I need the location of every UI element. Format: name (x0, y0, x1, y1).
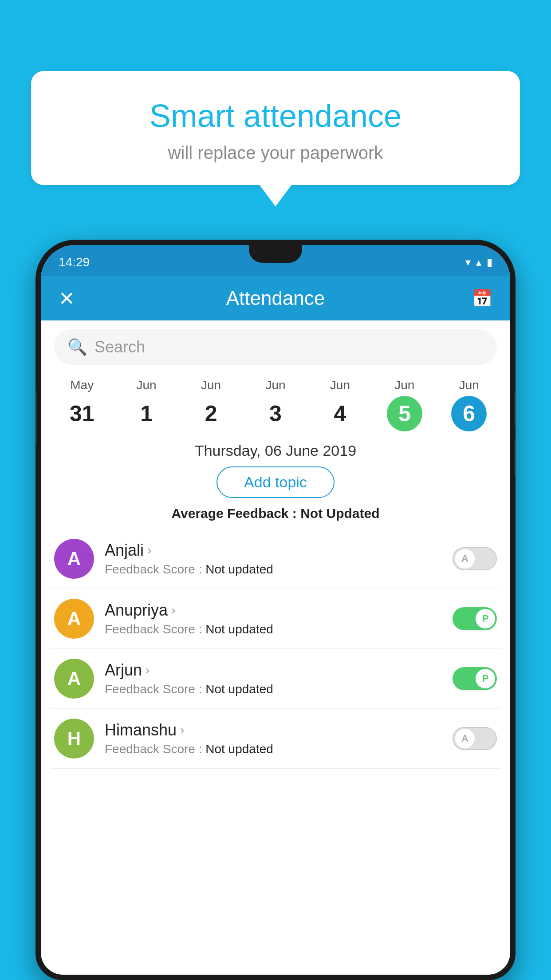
calendar-row: May31Jun1Jun2Jun3Jun4Jun5Jun6 (41, 374, 510, 431)
feedback-label: Average Feedback : (171, 506, 300, 521)
search-icon: 🔍 (67, 338, 87, 356)
student-item-anupriya[interactable]: AAnupriya ›Feedback Score : Not updatedP (50, 589, 501, 649)
cal-month-0: May (70, 378, 94, 392)
cal-month-4: Jun (330, 378, 350, 392)
cal-month-3: Jun (265, 378, 285, 392)
chevron-icon: › (171, 603, 175, 617)
cal-date-1: 1 (129, 396, 164, 431)
student-list: AAnjali ›Feedback Score : Not updatedAAA… (41, 529, 510, 769)
search-bar[interactable]: 🔍 Search (54, 329, 497, 365)
wifi-icon: ▾ (465, 256, 471, 269)
student-feedback-anupriya: Feedback Score : Not updated (105, 622, 442, 636)
toggle-knob-himanshu: A (455, 729, 475, 748)
calendar-day-2[interactable]: Jun2 (193, 378, 229, 431)
toggle-container-anjali: A (453, 547, 497, 570)
volume-button (35, 391, 37, 444)
student-name-himanshu: Himanshu › (105, 721, 442, 739)
cal-month-5: Jun (394, 378, 414, 392)
status-icons: ▾ ▴ ▮ (465, 253, 492, 269)
student-feedback-arjun: Feedback Score : Not updated (105, 682, 442, 696)
attendance-toggle-himanshu[interactable]: A (453, 727, 497, 750)
speech-bubble-subtitle: will replace your paperwork (58, 143, 493, 163)
speech-bubble: Smart attendance will replace your paper… (31, 71, 520, 185)
calendar-day-5[interactable]: Jun5 (387, 378, 422, 431)
student-info-himanshu: Himanshu ›Feedback Score : Not updated (105, 721, 442, 756)
feedback-score: Not updated (205, 562, 273, 576)
cal-date-0: 31 (64, 396, 100, 431)
page-title: Attendance (226, 287, 325, 309)
avatar-anupriya: A (54, 599, 94, 639)
feedback-value: Not Updated (300, 506, 379, 521)
toggle-container-arjun: P (453, 667, 497, 690)
calendar-day-1[interactable]: Jun1 (129, 378, 164, 431)
chevron-icon: › (147, 543, 151, 557)
close-button[interactable]: ✕ (59, 287, 75, 310)
battery-icon: ▮ (487, 256, 492, 269)
avatar-anjali: A (54, 539, 94, 579)
status-time: 14:29 (59, 252, 90, 269)
student-name-anjali: Anjali › (105, 541, 442, 560)
cal-date-3: 3 (258, 396, 293, 431)
signal-icon: ▴ (476, 256, 481, 269)
chevron-icon: › (146, 663, 150, 677)
volume-down-button (514, 439, 516, 475)
student-name-anupriya: Anupriya › (105, 601, 442, 620)
cal-date-2: 2 (193, 396, 229, 431)
calendar-day-6[interactable]: Jun6 (451, 378, 487, 431)
calendar-day-4[interactable]: Jun4 (322, 378, 358, 431)
cal-date-4: 4 (322, 396, 358, 431)
toggle-knob-anjali: A (455, 549, 475, 569)
phone-notch (249, 245, 302, 263)
avatar-himanshu: H (54, 719, 94, 759)
attendance-toggle-anupriya[interactable]: P (453, 607, 497, 630)
speech-bubble-arrow (260, 185, 291, 206)
student-info-anjali: Anjali ›Feedback Score : Not updated (105, 541, 442, 577)
add-topic-button[interactable]: Add topic (216, 466, 335, 498)
feedback-score: Not updated (205, 622, 273, 636)
cal-month-2: Jun (201, 378, 221, 392)
cal-date-6: 6 (451, 396, 487, 431)
attendance-toggle-anjali[interactable]: A (453, 547, 497, 570)
speech-bubble-container: Smart attendance will replace your paper… (31, 71, 520, 206)
search-input[interactable]: Search (94, 338, 145, 356)
calendar-icon[interactable]: 📅 (472, 288, 492, 308)
phone-frame: 14:29 ▾ ▴ ▮ ✕ Attendance 📅 🔍 Search May3… (35, 240, 516, 980)
student-item-arjun[interactable]: AArjun ›Feedback Score : Not updatedP (50, 649, 501, 709)
calendar-day-31[interactable]: May31 (64, 378, 100, 431)
cal-date-5: 5 (387, 396, 422, 431)
calendar-day-3[interactable]: Jun3 (258, 378, 293, 431)
toggle-knob-arjun: P (476, 669, 495, 688)
feedback-score: Not updated (205, 682, 273, 696)
student-feedback-himanshu: Feedback Score : Not updated (105, 742, 442, 756)
attendance-toggle-arjun[interactable]: P (453, 667, 497, 690)
toggle-container-himanshu: A (453, 727, 497, 750)
phone-screen: 14:29 ▾ ▴ ▮ ✕ Attendance 📅 🔍 Search May3… (41, 245, 510, 975)
toggle-knob-anupriya: P (476, 609, 495, 628)
speech-bubble-title: Smart attendance (58, 98, 493, 134)
cal-month-1: Jun (137, 378, 157, 392)
app-header: ✕ Attendance 📅 (41, 276, 510, 320)
feedback-score: Not updated (205, 742, 273, 756)
selected-date-label: Thursday, 06 June 2019 (41, 442, 510, 459)
student-name-arjun: Arjun › (105, 661, 442, 680)
toggle-container-anupriya: P (453, 607, 497, 630)
chevron-icon: › (180, 723, 184, 737)
student-info-anupriya: Anupriya ›Feedback Score : Not updated (105, 601, 442, 636)
power-button (514, 391, 516, 426)
student-feedback-anjali: Feedback Score : Not updated (105, 562, 442, 577)
average-feedback: Average Feedback : Not Updated (41, 506, 510, 521)
cal-month-6: Jun (459, 378, 479, 392)
student-info-arjun: Arjun ›Feedback Score : Not updated (105, 661, 442, 696)
student-item-himanshu[interactable]: HHimanshu ›Feedback Score : Not updatedA (50, 709, 501, 769)
avatar-arjun: A (54, 659, 94, 699)
student-item-anjali[interactable]: AAnjali ›Feedback Score : Not updatedA (50, 529, 501, 589)
